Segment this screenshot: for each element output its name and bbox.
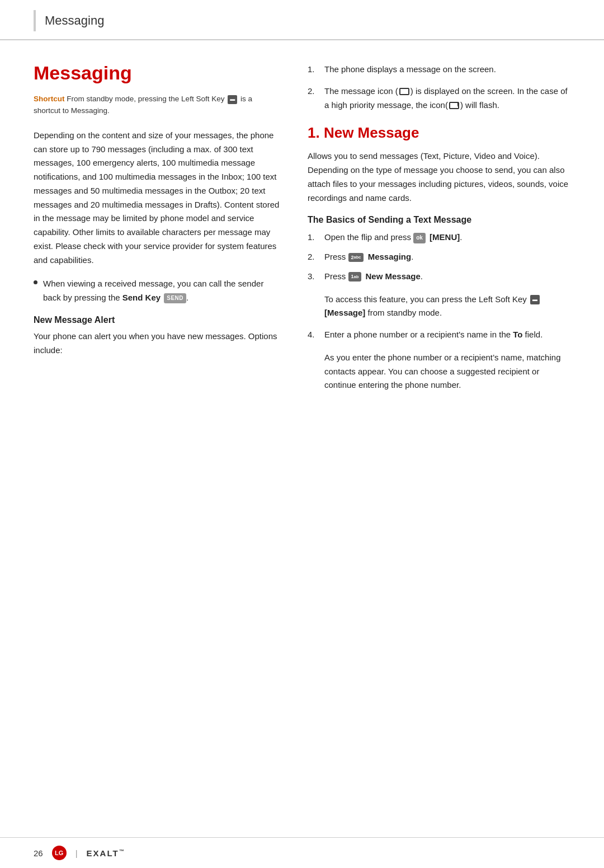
left-soft-key-badge: ▬ xyxy=(530,295,540,304)
main-heading: Messaging xyxy=(34,63,280,83)
list-text-1: The phone displays a message on the scre… xyxy=(324,63,496,77)
step-text-2: Press 2abc Messaging. xyxy=(324,250,413,264)
new-message-bold: New Message xyxy=(365,271,420,281)
step-1: 1. Open the flip and press ok [MENU]. xyxy=(308,231,570,245)
bullet-item-1: When viewing a received message, you can… xyxy=(34,277,280,305)
list-num-1: 1. xyxy=(308,63,320,77)
step4-list: 4. Enter a phone number or a recipient's… xyxy=(308,328,570,342)
header-title: Messaging xyxy=(45,13,104,28)
1ab-key-badge: 1ab xyxy=(348,272,362,281)
menu-bold: [MENU] xyxy=(430,232,460,242)
step-num-1: 1. xyxy=(308,231,320,245)
step-num-2: 2. xyxy=(308,250,320,264)
list-item-2: 2. The message icon () is displayed on t… xyxy=(308,85,570,112)
bullet-list: When viewing a received message, you can… xyxy=(34,277,280,305)
bullet-dot xyxy=(34,280,37,284)
body-paragraph: Depending on the content and size of you… xyxy=(34,129,280,268)
left-column: Messaging Shortcut From standby mode, pr… xyxy=(34,63,280,837)
step-2: 2. Press 2abc Messaging. xyxy=(308,250,570,264)
page-number: 26 xyxy=(34,848,43,858)
lg-logo: LG xyxy=(52,846,67,860)
product-name: EXALT™ xyxy=(87,848,125,858)
2abc-key-badge: 2abc xyxy=(348,253,364,262)
step-text-3: Press 1ab New Message. xyxy=(324,270,423,284)
shortcut-block: Shortcut From standby mode, pressing the… xyxy=(34,93,280,116)
lg-letter: LG xyxy=(55,850,63,856)
bullet-text: When viewing a received message, you can… xyxy=(43,277,280,305)
message-bracket-bold: [Message] xyxy=(324,308,365,317)
list-item-1: 1. The phone displays a message on the s… xyxy=(308,63,570,77)
list-text-2: The message icon () is displayed on the … xyxy=(324,85,570,112)
header-accent xyxy=(34,10,36,31)
send-key-badge: SEND xyxy=(164,293,186,304)
footer-separator: | xyxy=(76,848,78,858)
new-message-alert-text: Your phone can alert you when you have n… xyxy=(34,330,280,358)
message-icon xyxy=(399,88,409,95)
page-wrapper: Messaging Messaging Shortcut From standb… xyxy=(0,0,604,868)
new-message-heading: 1. New Message xyxy=(308,124,570,142)
to-field-bold: To xyxy=(513,330,522,339)
step4-note: As you enter the phone number or a recip… xyxy=(324,351,570,392)
step-4: 4. Enter a phone number or a recipient's… xyxy=(308,328,570,342)
ok-key-badge: ok xyxy=(413,233,426,243)
step-num-4: 4. xyxy=(308,328,320,342)
shortcut-label: Shortcut xyxy=(34,95,65,103)
header-bar: Messaging xyxy=(0,0,604,40)
new-message-alert-heading: New Message Alert xyxy=(34,315,280,325)
allows-text: Allows you to send messages (Text, Pictu… xyxy=(308,149,570,205)
step-text-4: Enter a phone number or a recipient's na… xyxy=(324,328,542,342)
right-column: 1. The phone displays a message on the s… xyxy=(308,63,570,837)
steps-list: 1. Open the flip and press ok [MENU]. 2.… xyxy=(308,231,570,283)
step3-note: To access this feature, you can press th… xyxy=(324,293,570,321)
left-soft-key-icon: ▬ xyxy=(228,95,237,104)
basics-heading: The Basics of Sending a Text Message xyxy=(308,215,570,225)
message-priority-icon xyxy=(449,102,459,109)
main-content: Messaging Shortcut From standby mode, pr… xyxy=(0,40,604,837)
intro-numbered-list: 1. The phone displays a message on the s… xyxy=(308,63,570,112)
lg-circle-icon: LG xyxy=(52,846,67,860)
messaging-bold: Messaging xyxy=(368,252,412,261)
shortcut-text: From standby mode, pressing the Left Sof… xyxy=(34,95,252,114)
footer: 26 LG | EXALT™ xyxy=(0,837,604,868)
list-num-2: 2. xyxy=(308,85,320,98)
step-3: 3. Press 1ab New Message. xyxy=(308,270,570,284)
step-num-3: 3. xyxy=(308,270,320,284)
step-text-1: Open the flip and press ok [MENU]. xyxy=(324,231,462,245)
trademark-symbol: ™ xyxy=(119,848,125,854)
